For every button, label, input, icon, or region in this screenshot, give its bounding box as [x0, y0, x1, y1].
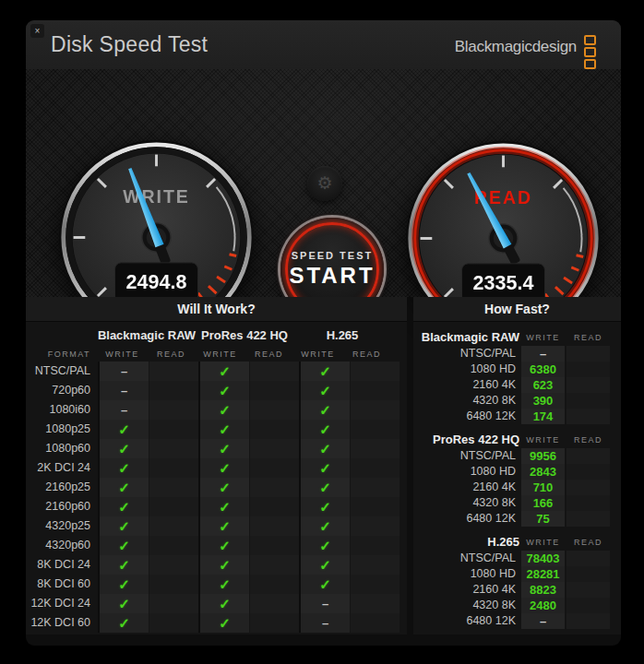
codec-name: H.265	[413, 535, 519, 549]
codec-name: Blackmagic RAW	[413, 330, 519, 344]
section-header: H.265 WRITE READ	[413, 533, 621, 551]
cell: ✓	[198, 555, 249, 575]
format-label: 1080 HD	[413, 464, 519, 480]
cell: ✓	[299, 478, 350, 497]
gear-icon[interactable]: ⚙	[307, 166, 342, 201]
cell: ✓	[299, 458, 350, 478]
format-label: 1080 HD	[413, 566, 519, 582]
cell	[149, 400, 198, 420]
cell	[249, 478, 299, 497]
read-value	[566, 393, 610, 409]
cell	[149, 497, 198, 516]
cell	[149, 381, 198, 400]
cell	[149, 594, 198, 613]
section-header: Blackmagic RAW WRITE READ	[413, 328, 621, 346]
table-row: 2160 4K710	[413, 480, 621, 495]
cell: ✓	[198, 613, 249, 633]
table-row: 12K DCI 60✓✓–	[26, 613, 407, 633]
cell: ✓	[198, 400, 249, 420]
cell: ✓	[98, 458, 149, 478]
cell	[149, 536, 198, 555]
will-it-work-table: NTSC/PAL–✓✓ 720p60–✓✓ 1080i60–✓✓ 1080p25…	[26, 362, 407, 633]
cell: ✓	[198, 362, 249, 381]
table-row: 4320p25✓✓✓	[26, 516, 407, 536]
table-row: 6480 12K–	[413, 613, 621, 629]
how-fast-table: Blackmagic RAW WRITE READ NTSC/PAL– 1080…	[413, 322, 621, 629]
cell	[149, 362, 198, 381]
cell: ✓	[98, 420, 149, 439]
format-label: 12K DCI 60	[26, 613, 98, 633]
cell: ✓	[198, 575, 249, 594]
cell	[149, 613, 198, 633]
read-column-header: READ	[566, 538, 610, 547]
format-label: 2K DCI 24	[26, 458, 98, 478]
table-row: 1080i60–✓✓	[26, 400, 407, 420]
format-label: 1080p60	[26, 439, 98, 458]
cell	[249, 536, 299, 555]
table-row: 1080p60✓✓✓	[26, 439, 407, 458]
close-icon[interactable]: ×	[30, 24, 44, 38]
column-subheader-row: FORMAT WRITE READ WRITE READ WRITE READ	[26, 347, 407, 362]
cell: ✓	[198, 381, 249, 400]
write-gauge-label: WRITE	[123, 186, 190, 207]
write-value: 710	[521, 480, 565, 495]
cell: –	[98, 400, 149, 420]
cell	[350, 594, 400, 613]
cell: ✓	[98, 478, 149, 497]
howfast-section-prores: ProRes 422 HQ WRITE READ NTSC/PAL9956 10…	[413, 431, 621, 527]
cell: ✓	[198, 516, 249, 536]
cell	[350, 458, 400, 478]
read-column-header: READ	[244, 350, 293, 359]
cell: ✓	[198, 478, 249, 497]
cell: ✓	[98, 439, 149, 458]
table-row: 6480 12K174	[413, 409, 621, 424]
format-label: 1080p25	[26, 420, 98, 439]
write-value: 2843	[521, 464, 565, 480]
table-row: 4320p60✓✓✓	[26, 536, 407, 555]
cell: ✓	[299, 516, 350, 536]
write-value: 9956	[521, 448, 565, 464]
format-label: 2160p60	[26, 497, 98, 516]
cell	[350, 420, 400, 439]
cell	[350, 381, 400, 400]
titlebar: × Disk Speed Test Blackmagicdesign	[26, 20, 621, 70]
read-speed-value: 2335.4	[473, 272, 534, 294]
disk-speed-test-window: × Disk Speed Test Blackmagicdesign	[26, 20, 621, 646]
write-value: –	[521, 613, 565, 629]
cell	[350, 613, 400, 633]
read-value	[566, 551, 610, 566]
table-row: 1080 HD6380	[413, 362, 621, 377]
cell	[249, 362, 299, 381]
table-row: NTSC/PAL–✓✓	[26, 362, 407, 381]
write-speed-value: 2494.8	[126, 271, 187, 293]
write-column-header: WRITE	[521, 435, 565, 445]
read-value	[566, 566, 610, 582]
format-label: 6480 12K	[413, 613, 519, 629]
read-value	[566, 495, 610, 511]
cell	[249, 420, 299, 439]
cell: ✓	[98, 575, 149, 594]
cell: ✓	[198, 497, 249, 516]
cell	[350, 497, 400, 516]
start-button-subtitle: SPEED TEST	[292, 250, 373, 261]
read-value	[566, 464, 610, 480]
how-fast-panel: How Fast? Blackmagic RAW WRITE READ NTSC…	[413, 297, 621, 634]
read-value	[566, 480, 610, 495]
cell: ✓	[98, 497, 149, 516]
format-label: 2160 4K	[413, 582, 519, 598]
format-label: 720p60	[26, 381, 98, 400]
cell: ✓	[299, 400, 350, 420]
cell: ✓	[299, 536, 350, 555]
table-row: 2160p25✓✓✓	[26, 478, 407, 497]
cell: ✓	[299, 575, 350, 594]
format-label: 8K DCI 60	[26, 575, 98, 594]
cell	[350, 555, 400, 575]
cell: ✓	[299, 381, 350, 400]
cell: ✓	[198, 594, 249, 613]
read-column-header: READ	[566, 333, 610, 342]
table-row: 2160p60✓✓✓	[26, 497, 407, 516]
cell	[350, 478, 400, 497]
read-value	[566, 582, 610, 598]
write-value: –	[521, 346, 565, 362]
cell: ✓	[198, 458, 249, 478]
